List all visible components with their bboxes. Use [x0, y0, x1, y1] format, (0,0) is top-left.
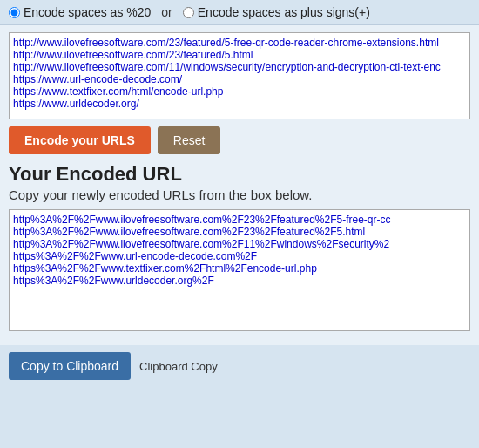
url-input[interactable]	[9, 32, 470, 119]
or-separator: or	[161, 5, 172, 19]
encode-percent-radio[interactable]	[9, 7, 20, 18]
encode-plus-label[interactable]: Encode spaces as plus signs(+)	[198, 5, 370, 19]
copy-to-clipboard-button[interactable]: Copy to Clipboard	[9, 352, 131, 380]
reset-button[interactable]: Reset	[158, 126, 221, 154]
result-title: Your Encoded URL	[9, 163, 470, 186]
url-output[interactable]	[9, 209, 470, 331]
button-row: Encode your URLS Reset	[9, 126, 470, 154]
encode-button[interactable]: Encode your URLS	[9, 126, 151, 154]
clipboard-copy-label: Clipboard Copy	[139, 360, 218, 373]
result-section: Your Encoded URL Copy your newly encoded…	[9, 163, 470, 331]
encode-percent-label[interactable]: Encode spaces as %20	[24, 5, 151, 19]
main-content: Encode your URLS Reset Your Encoded URL …	[0, 25, 479, 345]
encode-option-1-group: Encode spaces as %20	[9, 5, 151, 19]
result-subtitle: Copy your newly encoded URLs from the bo…	[9, 187, 470, 202]
encode-plus-radio[interactable]	[183, 7, 194, 18]
top-bar: Encode spaces as %20 or Encode spaces as…	[0, 0, 479, 25]
encode-option-2-group: Encode spaces as plus signs(+)	[183, 5, 370, 19]
bottom-bar: Copy to Clipboard Clipboard Copy	[0, 345, 479, 387]
